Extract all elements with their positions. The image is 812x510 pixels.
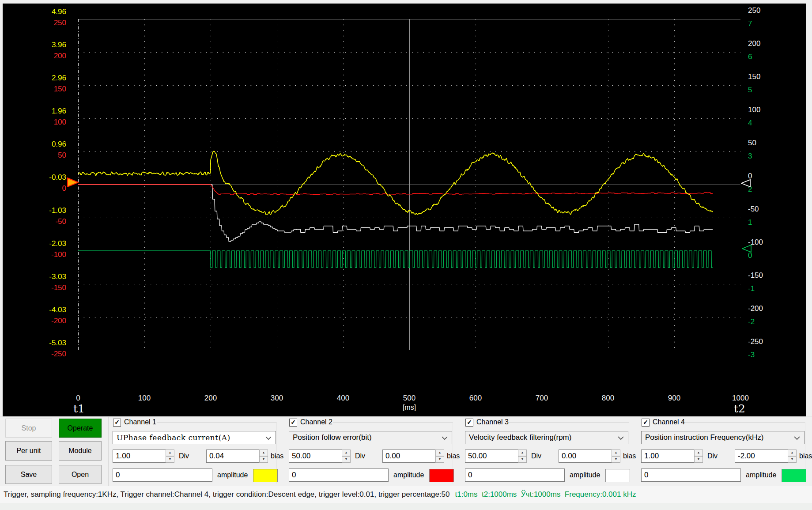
x-axis-tick: 200 <box>191 394 230 403</box>
channel-1-amplitude-input[interactable] <box>113 468 212 482</box>
spin-up-icon[interactable]: ▲ <box>342 450 351 456</box>
channel-3-color-swatch[interactable] <box>605 469 630 482</box>
spin-up-icon[interactable]: ▲ <box>694 450 703 456</box>
stop-button[interactable]: Stop <box>5 419 52 438</box>
groupbox-border <box>685 422 805 423</box>
channel-3-bias-input[interactable] <box>559 450 612 463</box>
channel3-zero-marker-icon[interactable] <box>741 179 751 187</box>
channel-4-signal-select[interactable]: Position instruction Frequency(kHz) <box>641 431 804 444</box>
chevron-down-icon <box>265 436 272 440</box>
waveform-canvas[interactable] <box>78 19 740 350</box>
yellow-axis-tick: -2.03 <box>3 239 66 248</box>
spin-down-icon[interactable]: ▼ <box>612 456 620 463</box>
spin-up-icon[interactable]: ▲ <box>612 450 620 456</box>
x-axis-tick: 500 <box>389 394 429 403</box>
chevron-down-icon <box>794 436 800 440</box>
spin-down-icon[interactable]: ▼ <box>259 456 268 463</box>
spin-down-icon[interactable]: ▼ <box>166 456 174 463</box>
channel-2-bias-input[interactable] <box>382 450 436 463</box>
module-button[interactable]: Module <box>59 441 102 461</box>
bias-label: bias <box>447 450 460 463</box>
red-axis-tick: -100 <box>3 250 66 259</box>
spin-up-icon[interactable]: ▲ <box>788 450 797 456</box>
status-timing-text: t1:0ms t2:1000ms Ўчt:1000ms Frequency:0.… <box>455 490 636 499</box>
bias-spinner: ▲▼ <box>735 450 797 463</box>
div-label: Div <box>179 450 189 463</box>
red-axis-tick: 50 <box>3 151 66 160</box>
spin-down-icon[interactable]: ▼ <box>788 456 797 463</box>
chevron-down-icon <box>618 436 624 440</box>
save-button[interactable]: Save <box>5 465 52 484</box>
spin-down-icon[interactable]: ▼ <box>518 456 527 463</box>
bottom-strip <box>0 503 812 510</box>
div-label: Div <box>531 450 541 463</box>
channel-2-label: Channel 2 <box>300 418 332 426</box>
channel-4-checkbox[interactable]: ✓ <box>642 419 650 427</box>
channel-3-amplitude-input[interactable] <box>465 468 565 482</box>
groupbox-border <box>333 422 453 423</box>
div-updown: ▲▼ <box>694 450 703 463</box>
t2-label: t2 <box>734 402 745 416</box>
green-axis-tick: -1 <box>748 284 779 293</box>
channel-1-checkbox[interactable]: ✓ <box>113 419 121 427</box>
channel-2-amplitude-input[interactable] <box>289 468 389 482</box>
div-spinner: ▲▼ <box>113 450 174 463</box>
channel-1-group: ✓Channel 1UPhase feedback current(A)▲▼Di… <box>113 417 277 484</box>
red-axis-tick: 150 <box>3 85 66 94</box>
yellow-axis-tick: 4.96 <box>3 8 66 16</box>
spin-down-icon[interactable]: ▼ <box>435 456 444 463</box>
channel-4-color-swatch[interactable] <box>782 469 806 482</box>
x-axis-unit-label: [ms] <box>392 404 427 412</box>
channel4-zero-marker-icon[interactable] <box>742 245 752 253</box>
bias-label: bias <box>799 450 812 463</box>
spin-down-icon[interactable]: ▼ <box>694 456 703 463</box>
amplitude-label: amplitude <box>570 468 600 482</box>
spin-up-icon[interactable]: ▲ <box>518 450 527 456</box>
white-axis-tick: 150 <box>748 72 779 81</box>
green-axis-tick: -2 <box>748 317 779 326</box>
bias-spinner: ▲▼ <box>206 450 268 463</box>
spin-up-icon[interactable]: ▲ <box>166 450 174 456</box>
channel-3-signal-select[interactable]: Velocity feedback filtering(rpm) <box>465 431 628 444</box>
trigger-level-marker-icon[interactable] <box>67 178 79 187</box>
channel-2-color-swatch[interactable] <box>429 469 454 482</box>
channel-1-bias-input[interactable] <box>206 450 260 463</box>
channel-1-color-swatch[interactable] <box>253 469 278 482</box>
channel-1-div-input[interactable] <box>113 450 166 463</box>
yellow-axis-tick: 0.96 <box>3 140 66 149</box>
spin-down-icon[interactable]: ▼ <box>342 456 351 463</box>
channel-3-div-input[interactable] <box>465 450 518 463</box>
channel-4-label: Channel 4 <box>653 418 685 426</box>
operate-button[interactable]: Operate <box>59 419 102 438</box>
amplitude-label: amplitude <box>746 468 776 482</box>
channel-3-label: Channel 3 <box>476 418 509 426</box>
x-axis-tick: 300 <box>257 394 297 403</box>
div-spinner: ▲▼ <box>465 450 527 463</box>
white-axis-tick: -100 <box>748 238 779 247</box>
per-unit-button[interactable]: Per unit <box>5 441 52 461</box>
channel-4-div-input[interactable] <box>641 450 695 463</box>
bias-updown: ▲▼ <box>435 450 444 463</box>
channel-3-signal-value: Velocity feedback filtering(rpm) <box>469 433 571 442</box>
spin-up-icon[interactable]: ▲ <box>435 450 444 456</box>
red-axis-tick: -50 <box>3 217 66 226</box>
amplitude-label: amplitude <box>217 468 248 482</box>
channel-4-bias-input[interactable] <box>735 450 788 463</box>
channel-2-div-input[interactable] <box>289 450 342 463</box>
white-axis-tick: 200 <box>748 39 779 48</box>
bias-updown: ▲▼ <box>612 450 620 463</box>
channel-4-amplitude-input[interactable] <box>641 468 741 482</box>
channel-2-checkbox[interactable]: ✓ <box>289 419 297 427</box>
channel-2-signal-select[interactable]: Position follow error(bit) <box>289 431 452 444</box>
div-updown: ▲▼ <box>166 450 174 463</box>
white-axis-tick: -250 <box>748 337 779 346</box>
status-bar: Trigger, sampling frequency:1KHz, Trigge… <box>0 486 812 503</box>
white-axis-tick: -50 <box>748 205 779 214</box>
channel-1-signal-select[interactable]: UPhase feedback current(A) <box>113 431 276 444</box>
channel-3-checkbox[interactable]: ✓ <box>465 419 473 427</box>
yellow-axis-tick: -0.03 <box>3 173 66 182</box>
open-button[interactable]: Open <box>59 465 102 484</box>
spin-up-icon[interactable]: ▲ <box>259 450 268 456</box>
bias-spinner: ▲▼ <box>559 450 620 463</box>
x-axis-tick: 1000 <box>721 394 760 403</box>
